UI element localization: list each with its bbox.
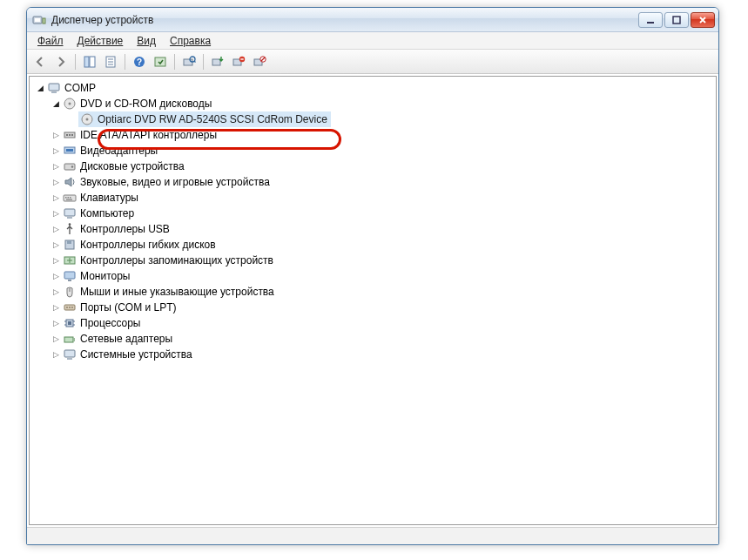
close-button[interactable] <box>691 12 715 28</box>
svg-rect-32 <box>69 134 71 136</box>
forward-button[interactable] <box>51 52 71 71</box>
tree-category-computer[interactable]: ▷ Компьютер <box>51 206 716 221</box>
expand-collapse-icon[interactable]: ◢ <box>51 98 61 109</box>
expand-collapse-icon[interactable]: ▷ <box>51 161 61 172</box>
menubar: Файл Действие Вид Справка <box>27 32 718 50</box>
action-icon-button[interactable] <box>151 52 170 71</box>
disable-button[interactable] <box>250 52 269 71</box>
device-manager-window: Диспетчер устройств Файл Действие Вид Сп… <box>26 7 719 545</box>
svg-rect-43 <box>64 209 75 216</box>
uninstall-button[interactable] <box>229 52 248 71</box>
show-hide-tree-button[interactable] <box>80 52 99 71</box>
expand-collapse-icon[interactable]: ▷ <box>51 224 61 234</box>
tree-category-keyboard[interactable]: ▷ Клавиатуры <box>51 190 716 206</box>
tree-category-floppy[interactable]: ▷ Контроллеры гибких дисков <box>51 237 716 253</box>
tree-category-label: Контроллеры USB <box>80 221 170 237</box>
svg-rect-41 <box>70 197 71 199</box>
tree-category-label: Дисковые устройства <box>80 159 185 174</box>
svg-rect-44 <box>67 217 72 219</box>
properties-button[interactable] <box>101 52 120 71</box>
tree-category-storage[interactable]: ▷ Контроллеры запоминающих устройств <box>51 253 716 268</box>
floppy-controller-icon <box>63 238 77 252</box>
svg-rect-42 <box>66 199 72 200</box>
back-button[interactable] <box>30 52 50 71</box>
window-title: Диспетчер устройств <box>51 14 153 26</box>
tree-root-label: COMP <box>64 80 96 96</box>
svg-line-16 <box>194 61 196 63</box>
svg-rect-2 <box>43 18 45 24</box>
tree-category-system[interactable]: ▷ Системные устройства <box>51 347 716 362</box>
svg-rect-63 <box>73 338 75 341</box>
tree-category-ports[interactable]: ▷ Порты (COM и LPT) <box>51 300 716 315</box>
svg-rect-1 <box>35 18 40 22</box>
svg-rect-35 <box>66 149 73 152</box>
tree-category-label: Системные устройства <box>80 347 192 362</box>
menu-action[interactable]: Действие <box>71 33 131 49</box>
tree-category-label: DVD и CD-ROM дисководы <box>80 96 212 111</box>
tree-category-cpu[interactable]: ▷ Процессоры <box>51 315 716 331</box>
keyboard-icon <box>63 191 77 205</box>
help-button[interactable]: ? <box>130 52 149 71</box>
expand-collapse-icon[interactable]: ▷ <box>51 318 61 328</box>
svg-rect-50 <box>68 280 71 281</box>
tree-root-node[interactable]: ◢ COMP <box>35 80 716 96</box>
disc-drive-icon <box>63 97 77 111</box>
tree-category-video[interactable]: ▷ Видеоадаптеры <box>51 143 716 159</box>
expand-collapse-icon[interactable]: ▷ <box>51 177 61 187</box>
device-tree[interactable]: ◢ COMP ◢ DVD и CD-ROM дисководы <box>29 76 717 525</box>
minimize-button[interactable] <box>638 12 663 28</box>
menu-view[interactable]: Вид <box>130 33 163 49</box>
tree-device-optiarc[interactable]: Optiarc DVD RW AD-5240S SCSI CdRom Devic… <box>66 111 716 127</box>
expand-collapse-icon[interactable]: ▷ <box>51 255 61 266</box>
tree-category-usb[interactable]: ▷ Контроллеры USB <box>51 221 716 237</box>
monitor-icon <box>63 269 77 283</box>
expand-collapse-icon[interactable]: ▷ <box>51 287 61 297</box>
expand-collapse-icon[interactable]: ▷ <box>51 130 61 140</box>
tree-category-ide[interactable]: ▷ IDE ATA/ATAPI контроллеры <box>51 127 716 143</box>
expand-collapse-icon[interactable]: ▷ <box>51 240 61 250</box>
tree-category-label: Мониторы <box>80 268 130 284</box>
expand-collapse-icon[interactable]: ◢ <box>35 83 45 93</box>
statusbar <box>27 527 718 544</box>
tree-category-monitor[interactable]: ▷ Мониторы <box>51 268 716 284</box>
svg-rect-31 <box>66 134 68 136</box>
storage-controller-icon <box>63 253 77 267</box>
svg-rect-62 <box>64 337 73 342</box>
tree-category-disk[interactable]: ▷ Дисковые устройства <box>51 159 716 174</box>
svg-point-55 <box>71 307 73 308</box>
expand-collapse-icon[interactable]: ▷ <box>51 271 61 281</box>
svg-rect-64 <box>64 350 75 357</box>
computer-icon <box>47 81 61 95</box>
maximize-button[interactable] <box>664 12 689 28</box>
menu-file[interactable]: Файл <box>30 33 71 49</box>
expand-collapse-icon[interactable]: ▷ <box>51 334 61 344</box>
tree-category-dvd[interactable]: ◢ DVD и CD-ROM дисководы <box>51 96 716 111</box>
tree-category-network[interactable]: ▷ Сетевые адаптеры <box>51 331 716 347</box>
toolbar-separator <box>174 54 175 70</box>
expand-collapse-icon[interactable]: ▷ <box>51 192 61 203</box>
tree-category-sound[interactable]: ▷ Звуковые, видео и игровые устройства <box>51 174 716 190</box>
expand-collapse-icon[interactable]: ▷ <box>51 208 61 219</box>
sound-icon <box>63 175 77 189</box>
menu-help[interactable]: Справка <box>163 33 218 49</box>
tree-category-label: Звуковые, видео и игровые устройства <box>80 174 270 190</box>
svg-rect-3 <box>647 22 654 24</box>
expand-collapse-icon[interactable]: ▷ <box>51 302 61 313</box>
expand-collapse-icon[interactable]: ▷ <box>51 349 61 360</box>
tree-category-mouse[interactable]: ▷ Мыши и иные указывающие устройства <box>51 284 716 300</box>
svg-rect-17 <box>212 59 220 65</box>
titlebar: Диспетчер устройств <box>27 8 718 32</box>
svg-rect-65 <box>67 358 72 360</box>
toolbar-separator <box>203 54 204 70</box>
scan-hardware-button[interactable] <box>179 52 199 71</box>
svg-rect-49 <box>64 272 75 279</box>
disk-drive-icon <box>63 159 77 173</box>
expand-collapse-icon[interactable]: ▷ <box>51 145 61 156</box>
update-driver-button[interactable] <box>208 52 227 71</box>
usb-icon <box>63 222 77 236</box>
tree-category-label: IDE ATA/ATAPI контроллеры <box>80 127 217 143</box>
display-adapter-icon <box>63 144 77 158</box>
network-adapter-icon <box>63 332 77 346</box>
svg-point-37 <box>71 165 73 167</box>
tree-spacer <box>66 114 77 125</box>
